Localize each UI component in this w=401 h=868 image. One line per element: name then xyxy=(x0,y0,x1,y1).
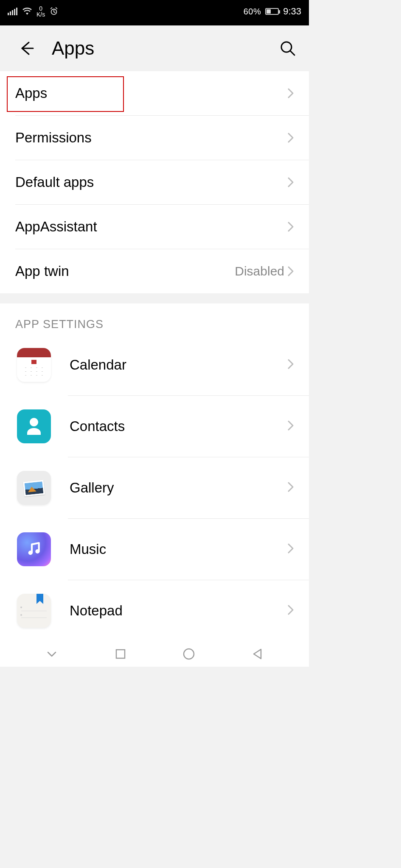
system-nav-bar xyxy=(0,641,309,667)
svg-rect-0 xyxy=(8,13,9,15)
chevron-right-icon xyxy=(287,132,297,144)
speed-bottom: K/s xyxy=(36,11,45,17)
contacts-icon xyxy=(17,409,51,443)
speed-top: 0 xyxy=(39,6,42,11)
network-speed: 0 K/s xyxy=(36,6,45,17)
svg-rect-1 xyxy=(10,11,11,15)
app-label: Notepad xyxy=(70,603,287,619)
search-icon[interactable] xyxy=(278,39,297,58)
page-title: Apps xyxy=(52,38,278,59)
nav-collapse-icon[interactable] xyxy=(45,647,59,661)
chevron-right-icon xyxy=(287,604,297,618)
app-label: Contacts xyxy=(70,418,287,434)
app-row-calendar[interactable]: Calendar xyxy=(0,334,309,395)
battery-percent: 60% xyxy=(244,7,261,17)
app-row-music[interactable]: Music xyxy=(0,519,309,580)
chevron-right-icon xyxy=(287,481,297,495)
music-icon xyxy=(17,532,51,566)
signal-icon xyxy=(8,8,18,15)
svg-rect-9 xyxy=(116,650,125,658)
calendar-icon xyxy=(17,348,51,382)
row-appassistant[interactable]: AppAssistant xyxy=(0,205,309,249)
nav-back-icon[interactable] xyxy=(251,647,264,661)
svg-point-8 xyxy=(35,549,39,554)
clock-time: 9:33 xyxy=(283,6,301,17)
row-apps[interactable]: Apps xyxy=(0,71,309,115)
chevron-right-icon xyxy=(287,176,297,188)
row-label: Default apps xyxy=(15,174,287,190)
svg-point-7 xyxy=(28,551,33,555)
nav-recents-icon[interactable] xyxy=(114,648,127,660)
gallery-icon xyxy=(17,471,51,505)
chevron-right-icon xyxy=(287,87,297,99)
row-permissions[interactable]: Permissions xyxy=(0,116,309,160)
app-label: Music xyxy=(70,541,287,557)
battery-icon xyxy=(265,8,279,15)
svg-rect-3 xyxy=(14,9,15,15)
chevron-right-icon xyxy=(287,265,297,277)
section-title: APP SETTINGS xyxy=(0,303,309,334)
app-row-contacts[interactable]: Contacts xyxy=(0,396,309,457)
back-icon[interactable] xyxy=(17,39,36,58)
row-app-twin[interactable]: App twin Disabled xyxy=(0,249,309,293)
row-value: Disabled xyxy=(235,264,284,278)
svg-point-10 xyxy=(184,649,194,659)
svg-rect-2 xyxy=(12,10,13,15)
chevron-right-icon xyxy=(287,542,297,556)
nav-home-icon[interactable] xyxy=(182,647,196,661)
row-label: Permissions xyxy=(15,130,287,146)
app-row-notepad[interactable]: Notepad xyxy=(0,580,309,641)
row-default-apps[interactable]: Default apps xyxy=(0,160,309,204)
alarm-icon xyxy=(49,7,59,16)
wifi-icon xyxy=(22,8,32,15)
status-bar: 0 K/s 60% 9:33 xyxy=(0,0,309,25)
chevron-right-icon xyxy=(287,358,297,372)
app-row-gallery[interactable]: Gallery xyxy=(0,457,309,518)
svg-rect-4 xyxy=(16,8,17,15)
notepad-icon xyxy=(17,594,51,628)
app-label: Gallery xyxy=(70,480,287,496)
row-label: AppAssistant xyxy=(15,219,287,235)
row-label: App twin xyxy=(15,263,235,279)
chevron-right-icon xyxy=(287,420,297,433)
row-label: Apps xyxy=(15,85,287,101)
app-bar: Apps xyxy=(0,25,309,71)
chevron-right-icon xyxy=(287,221,297,233)
app-label: Calendar xyxy=(70,357,287,373)
